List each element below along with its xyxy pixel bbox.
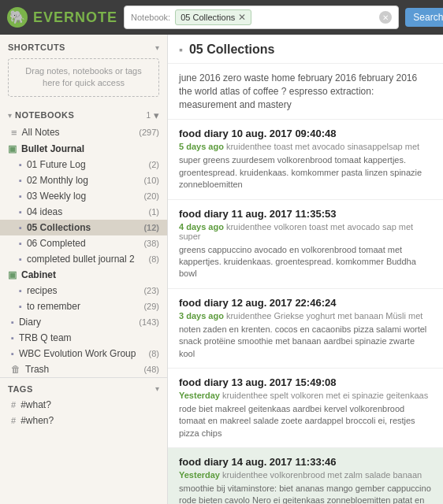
- weekly-log-icon: ▪: [19, 191, 22, 201]
- diary-icon: ▪: [11, 317, 14, 327]
- note-time-label: 4 days ago: [179, 222, 224, 232]
- notebook-label: Notebook:: [131, 13, 170, 22]
- note-item[interactable]: june 2016 zero waste home february 2016 …: [168, 64, 443, 120]
- wbc-label: WBC Evolution Work Group: [19, 348, 136, 359]
- note-meta: 3 days ago kruidenthee Griekse yoghurt m…: [179, 311, 432, 321]
- sidebar-item-diary[interactable]: ▪ Diary (143): [0, 314, 167, 330]
- ideas-icon: ▪: [19, 207, 22, 217]
- note-time-label: Yesterday: [179, 470, 220, 480]
- sidebar-item-collections[interactable]: ▪ 05 Collections (12): [0, 220, 167, 235]
- content-notebook-icon: ▪: [179, 43, 183, 56]
- tag-what-icon: #: [11, 400, 16, 410]
- sidebar-item-trb[interactable]: ▪ TRB Q team: [0, 330, 167, 346]
- trash-label: Trash: [25, 364, 49, 375]
- tags-title: Tags: [8, 384, 33, 394]
- sidebar-item-tag-what[interactable]: # #what?: [0, 397, 167, 413]
- future-log-count: (2): [149, 160, 159, 169]
- note-preview: super greens zuurdesem volkorenbrood tom…: [179, 154, 432, 191]
- sidebar-item-bullet-journal[interactable]: ▣ Bullet Journal: [0, 141, 167, 157]
- logo-text: EVERNOTE: [33, 9, 117, 26]
- search-input[interactable]: [256, 12, 374, 23]
- notebooks-add-icon[interactable]: ▾: [154, 109, 159, 121]
- sidebar-item-monthly-log[interactable]: ▪ 02 Monthly log (10): [0, 172, 167, 188]
- future-log-label: 01 Future Log: [27, 159, 86, 170]
- note-time-ago: kruidenthee spelt volkoren met ei spinaz…: [222, 391, 428, 400]
- topbar: 🐘 EVERNOTE Notebook: 05 Collections ✕ ✕ …: [0, 0, 443, 35]
- main-layout: Shortcuts ▾ Drag notes, notebooks or tag…: [0, 35, 443, 504]
- search-bar: Notebook: 05 Collections ✕ ✕: [124, 6, 399, 29]
- tag-when-label: #when?: [20, 415, 54, 426]
- sidebar-item-trash[interactable]: 🗑 Trash (48): [0, 361, 167, 377]
- sidebar-item-all-notes[interactable]: ≡ All Notes (297): [0, 124, 167, 141]
- tag-what-label: #what?: [20, 399, 51, 410]
- weekly-log-label: 03 Weekly log: [27, 191, 86, 202]
- note-meta: 5 days ago kruidenthee toast met avocado…: [179, 142, 432, 151]
- note-title: food diary 11 aug. 2017 11:35:53: [179, 208, 432, 220]
- sidebar-item-weekly-log[interactable]: ▪ 03 Weekly log (20): [0, 188, 167, 204]
- note-preview: rode biet makreel geitenkaas aardbei ker…: [179, 403, 432, 439]
- search-clear-button[interactable]: ✕: [379, 11, 392, 24]
- tags-header[interactable]: Tags ▾: [0, 381, 167, 397]
- note-time-label: 5 days ago: [179, 142, 224, 151]
- shortcuts-title: Shortcuts: [8, 43, 65, 52]
- all-notes-label: All Notes: [22, 127, 60, 138]
- sidebar-item-cabinet[interactable]: ▣ Cabinet: [0, 267, 167, 283]
- sidebar-item-completed-bj2[interactable]: ▪ completed bullet journal 2 (8): [0, 251, 167, 267]
- search-button[interactable]: Search: [405, 8, 443, 27]
- notebooks-title: Notebooks: [15, 110, 74, 120]
- content-area: ▪ 05 Collections june 2016 zero waste ho…: [168, 35, 443, 504]
- sidebar-item-recipes[interactable]: ▪ recipes (23): [0, 283, 167, 298]
- cabinet-stack-icon: ▣: [8, 269, 17, 280]
- note-title: food diary 13 aug. 2017 15:49:08: [179, 376, 432, 388]
- sidebar-item-ideas[interactable]: ▪ 04 ideas (1): [0, 204, 167, 220]
- notebook-tag-close[interactable]: ✕: [238, 12, 246, 23]
- recipes-label: recipes: [27, 285, 58, 296]
- sidebar-item-completed[interactable]: ▪ 06 Completed (38): [0, 235, 167, 251]
- to-remember-count: (29): [143, 302, 159, 311]
- collections-count: (12): [143, 223, 159, 232]
- note-preview: greens cappuccino avocado en volkorenbro…: [179, 244, 432, 280]
- notes-list: june 2016 zero waste home february 2016 …: [168, 64, 443, 504]
- note-meta: 4 days ago kruidenthee volkoren toast me…: [179, 222, 432, 241]
- completed-icon: ▪: [19, 239, 22, 248]
- wbc-count: (8): [149, 349, 159, 358]
- note-time-ago: kruidenthee toast met avocado sinasappel…: [226, 142, 419, 151]
- note-item[interactable]: food diary 11 aug. 2017 11:35:53 4 days …: [168, 200, 443, 289]
- shortcuts-placeholder: Drag notes, notebooks or tags here for q…: [8, 58, 159, 97]
- note-item[interactable]: food diary 13 aug. 2017 15:49:08 Yesterd…: [168, 369, 443, 448]
- diary-count: (143): [139, 317, 159, 327]
- future-log-icon: ▪: [19, 160, 22, 169]
- sidebar-item-tag-when[interactable]: # #when?: [0, 413, 167, 428]
- notebooks-header[interactable]: ▾ Notebooks: [8, 110, 74, 120]
- note-preview: noten zaden en krenten. cocos en cacaoni…: [179, 324, 432, 360]
- svg-text:🐘: 🐘: [9, 9, 25, 24]
- sidebar-item-future-log[interactable]: ▪ 01 Future Log (2): [0, 157, 167, 172]
- completed-count: (38): [143, 239, 159, 248]
- notebook-tag-name: 05 Collections: [181, 13, 235, 22]
- note-time-label: Yesterday: [179, 391, 220, 400]
- note-title: food diary 14 aug. 2017 11:33:46: [179, 456, 432, 468]
- shortcuts-header[interactable]: Shortcuts ▾: [0, 39, 167, 55]
- sidebar-item-wbc[interactable]: ▪ WBC Evolution Work Group (8): [0, 346, 167, 361]
- all-notes-icon: ≡: [11, 127, 17, 139]
- note-item[interactable]: food diary 12 aug. 2017 22:46:24 3 days …: [168, 289, 443, 369]
- note-meta: Yesterday kruidenthee volkorenbrood met …: [179, 470, 432, 480]
- recipes-icon: ▪: [19, 286, 22, 295]
- to-remember-label: to remember: [27, 301, 80, 312]
- collections-label: 05 Collections: [27, 222, 91, 233]
- wbc-icon: ▪: [11, 349, 14, 358]
- note-time-label: 3 days ago: [179, 311, 224, 321]
- note-item[interactable]: food diary 14 aug. 2017 11:33:46 Yesterd…: [168, 448, 443, 504]
- note-time-ago: kruidenthee volkorenbrood met zalm salad…: [222, 470, 422, 480]
- sidebar: Shortcuts ▾ Drag notes, notebooks or tag…: [0, 35, 168, 504]
- monthly-log-icon: ▪: [19, 176, 22, 185]
- note-title: food diary 10 aug. 2017 09:40:48: [179, 128, 432, 139]
- note-item[interactable]: food diary 10 aug. 2017 09:40:48 5 days …: [168, 120, 443, 199]
- cabinet-label: Cabinet: [21, 269, 56, 280]
- trb-icon: ▪: [11, 333, 14, 343]
- diary-label: Diary: [19, 317, 41, 328]
- notebooks-chevron: ▾: [8, 111, 12, 120]
- trash-count: (48): [143, 365, 159, 374]
- to-remember-icon: ▪: [19, 302, 22, 311]
- sidebar-item-to-remember[interactable]: ▪ to remember (29): [0, 298, 167, 314]
